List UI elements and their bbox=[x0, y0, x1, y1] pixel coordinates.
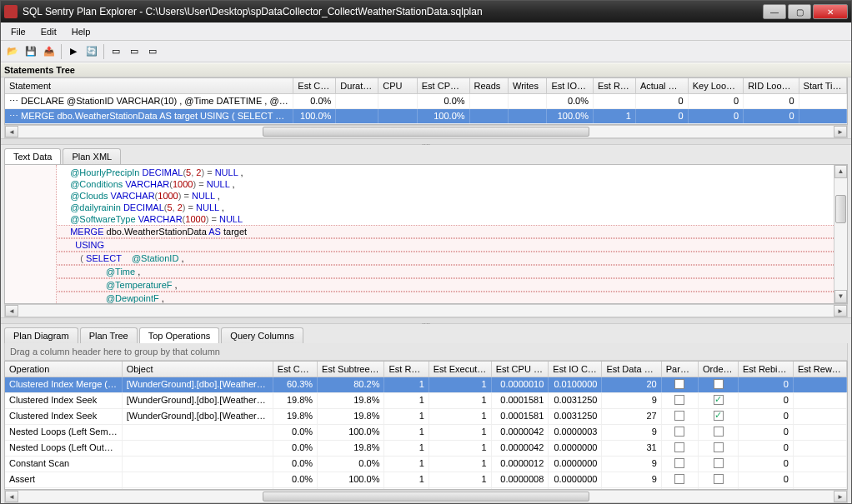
column-header[interactable]: Object bbox=[123, 362, 273, 377]
column-header[interactable]: Est CPU Cost bbox=[418, 78, 470, 93]
layout2-icon[interactable]: ▭ bbox=[126, 43, 143, 60]
table-row[interactable]: Clustered Index Seek[WunderGround].[dbo]… bbox=[5, 393, 847, 409]
column-header[interactable]: Est Rewinds bbox=[794, 362, 847, 377]
tab-plan-diagram[interactable]: Plan Diagram bbox=[4, 327, 78, 343]
column-header[interactable]: Est IO Cost bbox=[549, 362, 602, 377]
column-header[interactable]: Reads bbox=[470, 78, 509, 93]
operations-hscroll[interactable]: ◄ ► bbox=[4, 490, 848, 503]
run-icon[interactable]: ▶ bbox=[65, 43, 82, 60]
table-row[interactable]: Nested Loops (Left Outer Join)0.0%19.8%1… bbox=[5, 441, 847, 457]
column-header[interactable]: Operation bbox=[5, 362, 123, 377]
save-icon[interactable]: 💾 bbox=[23, 43, 39, 60]
code-vscroll[interactable]: ▲ ▼ bbox=[834, 165, 847, 303]
tab-top-operations[interactable]: Top Operations bbox=[139, 327, 220, 343]
column-header[interactable]: Est IO Cost bbox=[547, 78, 594, 93]
table-row[interactable]: Constant Scan0.0%0.0%110.00000120.000000… bbox=[5, 457, 847, 472]
cell: 60.3% bbox=[273, 377, 318, 392]
scroll-thumb[interactable] bbox=[263, 127, 589, 137]
scroll-track[interactable] bbox=[18, 305, 834, 317]
scroll-right-icon[interactable]: ► bbox=[834, 491, 847, 502]
maximize-button[interactable]: ▢ bbox=[788, 4, 811, 19]
column-header[interactable]: Parallel bbox=[662, 362, 699, 377]
statements-hscroll[interactable]: ◄ ► bbox=[4, 125, 848, 138]
cell: [WunderGround].[dbo].[WeatherStationData… bbox=[123, 377, 273, 392]
cell bbox=[123, 425, 273, 440]
scroll-track[interactable] bbox=[834, 178, 847, 290]
cell: Clustered Index Merge (Merge) bbox=[5, 377, 123, 392]
scroll-right-icon[interactable]: ► bbox=[834, 305, 847, 317]
column-header[interactable]: Est Cost bbox=[273, 362, 318, 377]
cell: 19.8% bbox=[318, 409, 384, 424]
table-row[interactable]: ⋯ MERGE dbo.WeatherStationData AS target… bbox=[5, 109, 847, 124]
export-icon[interactable]: 📤 bbox=[41, 43, 58, 60]
tab-text-data[interactable]: Text Data bbox=[4, 148, 61, 164]
column-header[interactable]: Start Time bbox=[799, 78, 847, 93]
column-header[interactable]: Duration bbox=[336, 78, 378, 93]
code-hscroll[interactable]: ◄ ► bbox=[4, 304, 848, 317]
cell: 0 bbox=[689, 109, 744, 123]
splitter[interactable] bbox=[1, 138, 851, 145]
column-header[interactable]: Est Rebinds bbox=[739, 362, 794, 377]
scroll-left-icon[interactable]: ◄ bbox=[5, 126, 18, 137]
table-row[interactable]: Nested Loops (Left Semi Join)0.0%100.0%1… bbox=[5, 425, 847, 441]
column-header[interactable]: Est Subtree Cost bbox=[318, 362, 384, 377]
layout3-icon[interactable]: ▭ bbox=[144, 43, 161, 60]
minimize-button[interactable]: — bbox=[763, 4, 786, 19]
column-header[interactable]: Actual Rows bbox=[636, 78, 689, 93]
column-header[interactable]: Est Cost bbox=[293, 78, 336, 93]
column-header[interactable]: Est Data Size bbox=[602, 362, 661, 377]
close-button[interactable]: ✕ bbox=[813, 4, 848, 19]
column-header[interactable]: Writes bbox=[509, 78, 547, 93]
table-row[interactable]: Clustered Index Merge (Merge)[WunderGrou… bbox=[5, 377, 847, 393]
column-header[interactable]: Key Lookups bbox=[689, 78, 744, 93]
scroll-track[interactable] bbox=[18, 126, 834, 137]
table-row[interactable]: Clustered Index Seek[WunderGround].[dbo]… bbox=[5, 409, 847, 425]
open-icon[interactable]: 📂 bbox=[4, 43, 21, 60]
cell: 0.0000000 bbox=[549, 441, 602, 456]
column-header[interactable]: Est Rows bbox=[384, 362, 429, 377]
splitter[interactable] bbox=[1, 317, 851, 324]
column-header[interactable]: Est Executions bbox=[429, 362, 492, 377]
cell bbox=[336, 94, 378, 108]
column-header[interactable]: CPU bbox=[378, 78, 417, 93]
cell: 1 bbox=[384, 377, 429, 392]
menu-edit[interactable]: Edit bbox=[34, 25, 63, 38]
cell: 0 bbox=[739, 472, 794, 487]
cell: Assert bbox=[5, 472, 123, 487]
group-by-bar[interactable]: Drag a column header here to group by th… bbox=[4, 343, 848, 361]
scroll-up-icon[interactable]: ▲ bbox=[834, 165, 847, 178]
scroll-left-icon[interactable]: ◄ bbox=[5, 491, 18, 502]
menu-help[interactable]: Help bbox=[65, 25, 98, 38]
parallel-checkbox bbox=[674, 458, 684, 468]
table-row[interactable]: ⋯ DECLARE @StationID VARCHAR(10) , @Time… bbox=[5, 94, 847, 109]
column-header[interactable]: Statement bbox=[5, 78, 293, 93]
layout1-icon[interactable]: ▭ bbox=[108, 43, 124, 60]
cell: 0.0% bbox=[273, 457, 318, 472]
column-header[interactable]: Est Rows bbox=[594, 78, 636, 93]
table-row[interactable]: Assert0.0%100.0%110.00000080.000000090 bbox=[5, 472, 847, 488]
scroll-track[interactable] bbox=[18, 491, 834, 502]
cell: 9 bbox=[602, 472, 661, 487]
scroll-down-icon[interactable]: ▼ bbox=[834, 290, 847, 303]
cell: 1 bbox=[384, 409, 429, 424]
cell: 19.8% bbox=[273, 409, 318, 424]
parallel-checkbox bbox=[674, 379, 684, 389]
scroll-right-icon[interactable]: ► bbox=[834, 126, 847, 137]
tab-plan-xml[interactable]: Plan XML bbox=[63, 148, 121, 164]
bottom-tabstrip: Plan DiagramPlan TreeTop OperationsQuery… bbox=[1, 324, 851, 343]
column-header[interactable]: Ordered bbox=[699, 362, 739, 377]
scroll-left-icon[interactable]: ◄ bbox=[5, 305, 18, 317]
tab-plan-tree[interactable]: Plan Tree bbox=[80, 327, 138, 343]
cell: 0.0% bbox=[318, 457, 384, 472]
menu-file[interactable]: File bbox=[4, 25, 33, 38]
column-header[interactable]: RID Lookups bbox=[744, 78, 799, 93]
tab-query-columns[interactable]: Query Columns bbox=[221, 327, 303, 343]
sql-text-pane[interactable]: @HourlyPrecipIn DECIMAL(5, 2) = NULL , @… bbox=[4, 164, 848, 304]
scroll-thumb[interactable] bbox=[835, 195, 846, 223]
cell bbox=[336, 109, 378, 123]
column-header[interactable]: Est CPU Cost bbox=[492, 362, 549, 377]
scroll-thumb[interactable] bbox=[263, 492, 589, 502]
refresh-icon[interactable]: 🔄 bbox=[83, 43, 100, 60]
cell bbox=[799, 109, 847, 123]
cell bbox=[662, 425, 699, 440]
